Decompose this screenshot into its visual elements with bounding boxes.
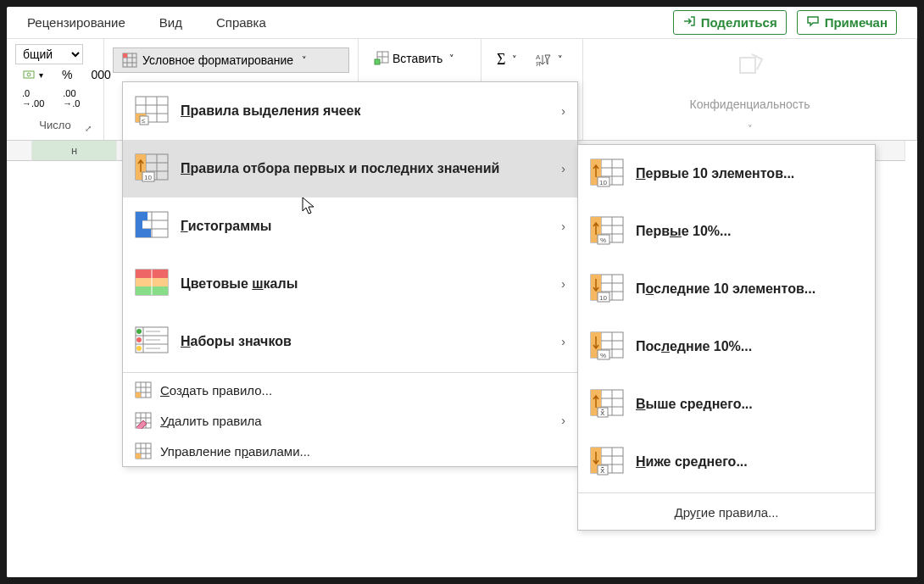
sigma-icon: Σ bbox=[497, 51, 505, 69]
menu-top-bottom-rules[interactable]: 10 Правила отбора первых и последних зна… bbox=[123, 140, 577, 197]
submenu-arrow-icon: › bbox=[561, 220, 565, 233]
svg-text:10: 10 bbox=[599, 294, 607, 302]
manage-rules-icon bbox=[135, 442, 152, 459]
svg-point-49 bbox=[136, 329, 142, 334]
sort-filter-icon: AЯ bbox=[536, 53, 551, 68]
svg-text:10: 10 bbox=[599, 179, 607, 186]
menu-clear-rules[interactable]: Удалить правила › bbox=[123, 405, 577, 436]
conditional-formatting-button[interactable]: Условное форматирование ˅ bbox=[113, 47, 349, 73]
svg-rect-7 bbox=[123, 53, 127, 58]
svg-rect-71 bbox=[136, 453, 141, 459]
top-bottom-submenu: 10 Первые 10 элементов... % Первые 10%..… bbox=[577, 144, 876, 531]
clear-rules-icon bbox=[135, 412, 152, 429]
increase-decimal-button[interactable]: .0→.00 bbox=[15, 85, 51, 112]
decrease-decimal-button[interactable]: .00→.0 bbox=[56, 85, 86, 112]
insert-icon bbox=[374, 51, 389, 66]
menu-highlight-rules[interactable]: ≤ ППравила выделения ячеекравила выделен… bbox=[123, 82, 577, 140]
submenu-more-rules[interactable]: Другие правила... bbox=[578, 495, 875, 530]
svg-rect-38 bbox=[136, 220, 142, 229]
sensitivity-label[interactable]: Конфиденциальность bbox=[592, 97, 908, 111]
chevron-down-icon: ˅ bbox=[449, 53, 454, 64]
svg-text:≤: ≤ bbox=[142, 117, 146, 125]
submenu-arrow-icon: › bbox=[561, 335, 565, 348]
svg-point-50 bbox=[136, 337, 142, 342]
autosum-button[interactable]: Σ ˅ bbox=[490, 47, 524, 72]
svg-rect-0 bbox=[24, 71, 34, 78]
svg-rect-37 bbox=[136, 212, 148, 220]
menu-manage-rules[interactable]: Управление правилами... bbox=[123, 436, 577, 466]
svg-text:%: % bbox=[600, 236, 606, 244]
percent-button[interactable]: % bbox=[55, 64, 79, 85]
chevron-down-icon: ˅ bbox=[302, 55, 307, 66]
tab-review[interactable]: Рецензирование bbox=[27, 15, 125, 30]
submenu-below-average[interactable]: x̄ Ниже среднего... bbox=[578, 433, 875, 491]
submenu-bottom10-items[interactable]: 10 Последние 10 элементов... bbox=[578, 260, 875, 318]
submenu-top10-percent[interactable]: % Первые 10%... bbox=[578, 203, 875, 260]
icon-sets-icon bbox=[135, 326, 169, 357]
svg-rect-39 bbox=[136, 229, 151, 237]
submenu-bottom10-percent[interactable]: % Последние 10%... bbox=[578, 318, 875, 375]
currency-button[interactable]: ▾ bbox=[15, 64, 50, 85]
share-icon bbox=[682, 14, 696, 31]
sort-filter-button[interactable]: AЯ ˅ bbox=[529, 49, 570, 71]
insert-button[interactable]: Вставить ˅ bbox=[367, 47, 461, 70]
submenu-arrow-icon: › bbox=[561, 162, 565, 175]
highlight-rules-icon: ≤ bbox=[135, 96, 169, 126]
top-bottom-icon: 10 bbox=[135, 153, 169, 184]
menu-icon-sets[interactable]: Наборы значков › bbox=[123, 313, 577, 370]
top10-icon: 10 bbox=[590, 159, 624, 189]
new-rule-icon bbox=[135, 381, 152, 398]
bot10p-icon: % bbox=[590, 331, 624, 362]
comments-button[interactable]: Примечан bbox=[797, 10, 897, 35]
submenu-arrow-icon: › bbox=[561, 104, 565, 118]
svg-rect-11 bbox=[375, 59, 380, 64]
dialog-launcher-icon[interactable]: ⤢ bbox=[85, 124, 92, 133]
tab-view[interactable]: Вид bbox=[159, 15, 182, 30]
submenu-above-average[interactable]: x̄ Выше среднего... bbox=[578, 375, 875, 433]
menu-color-scales[interactable]: Цветовые шкалы › bbox=[123, 255, 577, 313]
submenu-top10-items[interactable]: 10 Первые 10 элементов... bbox=[578, 145, 875, 203]
bot10-icon: 10 bbox=[590, 274, 624, 304]
share-button[interactable]: Поделиться bbox=[673, 10, 787, 35]
menu-data-bars[interactable]: Гистограммы › bbox=[123, 197, 577, 255]
svg-point-51 bbox=[136, 346, 142, 351]
submenu-arrow-icon: › bbox=[561, 414, 565, 427]
color-scales-icon bbox=[135, 269, 169, 299]
column-header[interactable]: н bbox=[32, 141, 117, 161]
svg-point-1 bbox=[27, 73, 31, 76]
submenu-arrow-icon: › bbox=[561, 277, 565, 291]
tab-help[interactable]: Справка bbox=[216, 15, 266, 30]
top10p-icon: % bbox=[590, 216, 624, 247]
sensitivity-icon bbox=[733, 47, 767, 81]
sensitivity-group: Конфиденциальность ˅ bbox=[583, 39, 917, 140]
comment-icon bbox=[806, 14, 820, 31]
menu-new-rule[interactable]: Создать правило... bbox=[123, 375, 577, 405]
ribbon-tabs: Рецензирование Вид Справка Поделиться Пр… bbox=[7, 7, 917, 39]
number-group-label: Число bbox=[39, 119, 70, 131]
below-avg-icon: x̄ bbox=[590, 447, 624, 477]
conditional-formatting-icon bbox=[122, 53, 137, 68]
svg-text:%: % bbox=[600, 352, 606, 359]
above-avg-icon: x̄ bbox=[590, 389, 624, 420]
data-bars-icon bbox=[135, 211, 169, 242]
number-group: бщий ▾ % 000 .0→.00 .00→.0 Чис bbox=[7, 39, 104, 140]
svg-rect-60 bbox=[136, 392, 141, 398]
conditional-formatting-menu: ≤ ППравила выделения ячеекравила выделен… bbox=[122, 81, 578, 467]
svg-text:10: 10 bbox=[144, 174, 152, 181]
svg-text:Я: Я bbox=[536, 60, 541, 68]
app-window: Рецензирование Вид Справка Поделиться Пр… bbox=[7, 7, 917, 577]
svg-rect-16 bbox=[740, 58, 755, 73]
number-format-dropdown[interactable]: бщий bbox=[15, 44, 83, 64]
